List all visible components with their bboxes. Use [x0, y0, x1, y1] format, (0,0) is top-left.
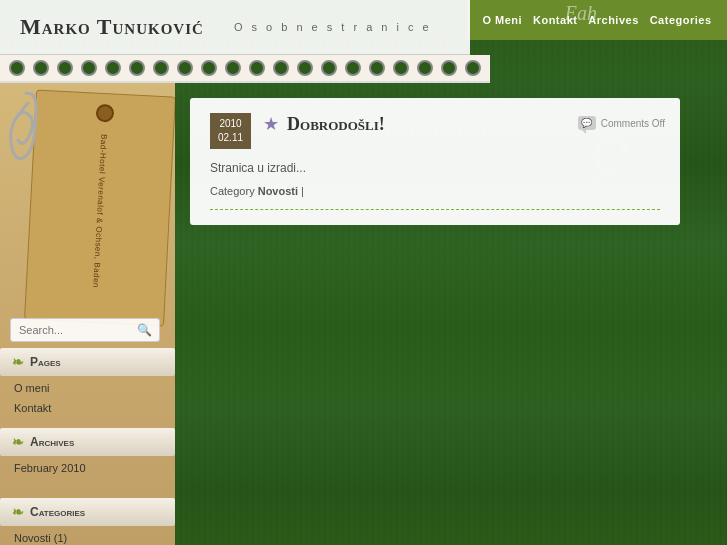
tag-hole — [96, 104, 115, 123]
sidebar-item-o-meni[interactable]: O meni — [0, 378, 175, 398]
spiral-hole — [33, 60, 49, 76]
tag-text: Bad-Hotel Verenalof & Ochsen, Baden — [91, 134, 108, 288]
comment-icon: 💬 — [578, 116, 596, 130]
sidebar: Bad-Hotel Verenalof & Ochsen, Baden 🔍 Pa… — [0, 83, 175, 545]
spiral-hole — [177, 60, 193, 76]
spiral-hole — [105, 60, 121, 76]
pages-section: Pages O meni Kontakt — [0, 348, 175, 418]
comments-off-badge: 💬 Comments Off — [578, 116, 665, 130]
post-date-day: 02.11 — [218, 131, 243, 145]
category-value: Novosti — [258, 185, 298, 197]
post-date: 2010 02.11 — [210, 113, 251, 149]
categories-section: Categories Novosti (1) — [0, 498, 175, 545]
spiral-hole — [57, 60, 73, 76]
post-title: Dobrodošli! — [287, 114, 385, 135]
site-title: Marko Tunuković — [20, 14, 204, 40]
spiral-hole — [153, 60, 169, 76]
spiral-hole — [345, 60, 361, 76]
post-card: 💬 Comments Off 2010 02.11 ★ Dobrodošli! … — [190, 98, 680, 225]
spiral-hole — [201, 60, 217, 76]
category-pipe: | — [301, 185, 304, 197]
pages-header: Pages — [0, 348, 175, 376]
categories-header: Categories — [0, 498, 175, 526]
spiral-hole — [273, 60, 289, 76]
post-divider — [210, 209, 660, 210]
spiral-hole — [441, 60, 457, 76]
sidebar-item-february-2010[interactable]: February 2010 — [0, 458, 175, 478]
sidebar-item-kontakt[interactable]: Kontakt — [0, 398, 175, 418]
sidebar-item-novosti[interactable]: Novosti (1) — [0, 528, 175, 545]
spiral-hole — [225, 60, 241, 76]
post-body: Stranica u izradi... — [210, 161, 660, 175]
star-icon: ★ — [263, 113, 279, 135]
paperclip — [8, 88, 43, 168]
spiral-hole — [249, 60, 265, 76]
spiral-hole — [9, 60, 25, 76]
tag-decoration: Bad-Hotel Verenalof & Ochsen, Baden — [24, 89, 175, 326]
spiral-bar — [0, 55, 490, 83]
site-header: Marko Tunuković O s o b n e s t r a n i … — [0, 0, 470, 55]
spiral-hole — [81, 60, 97, 76]
spiral-hole — [129, 60, 145, 76]
spiral-hole — [297, 60, 313, 76]
archives-header: Archives — [0, 428, 175, 456]
category-label: Category — [210, 185, 255, 197]
post-category: Category Novosti | — [210, 185, 660, 197]
spiral-hole — [393, 60, 409, 76]
nav-o-meni[interactable]: O meni — [482, 14, 522, 26]
archives-section: Archives February 2010 — [0, 428, 175, 478]
top-navigation: O meni Kontakt Archives Categories — [467, 0, 727, 40]
nav-categories[interactable]: Categories — [650, 14, 712, 26]
search-container: 🔍 — [10, 318, 160, 342]
post-body-text: Stranica u izradi... — [210, 161, 660, 175]
site-tagline: O s o b n e s t r a n i c e — [234, 21, 432, 33]
eah-text: Eah — [565, 2, 597, 25]
spiral-hole — [465, 60, 481, 76]
post-date-year: 2010 — [218, 117, 243, 131]
spiral-hole — [417, 60, 433, 76]
search-icon: 🔍 — [137, 323, 152, 338]
spiral-hole — [369, 60, 385, 76]
main-content: 💬 Comments Off 2010 02.11 ★ Dobrodošli! … — [175, 83, 727, 545]
comments-off-label: Comments Off — [601, 118, 665, 129]
spiral-hole — [321, 60, 337, 76]
